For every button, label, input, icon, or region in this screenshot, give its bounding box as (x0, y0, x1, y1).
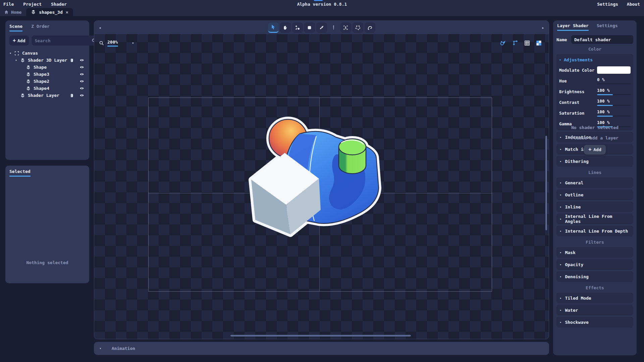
vertical-scrollbar[interactable] (545, 136, 547, 230)
visibility-eye-icon[interactable] (79, 65, 85, 69)
tool-spline-button[interactable] (365, 22, 375, 33)
no-shader-overlay: No shader selected Please add a layer + … (553, 125, 637, 155)
nothing-selected-text: Nothing selected (5, 260, 89, 265)
caret-right-icon: ▸ (560, 181, 561, 184)
tree-row-canvas[interactable]: ▾ Canvas (9, 50, 85, 57)
script-icon[interactable] (69, 58, 74, 63)
tree-row-shape3[interactable]: Shape3 (9, 71, 85, 78)
section-header-effects: Effects (556, 283, 633, 293)
visibility-eye-icon[interactable] (79, 86, 85, 90)
tab-z-order[interactable]: Z Order (31, 24, 50, 31)
axes-rulers-icon[interactable] (512, 40, 519, 46)
visibility-eye-icon[interactable] (79, 93, 85, 98)
layer-search-box[interactable] (32, 36, 99, 46)
tab-shapes-3d[interactable]: shapes_3d ✕ (26, 8, 73, 16)
saturation-label: Saturation (559, 111, 597, 116)
horizontal-scrollbar[interactable] (230, 335, 411, 337)
zoom-dropdown-caret[interactable]: ▾ (132, 41, 134, 45)
tool-pan-button[interactable] (280, 22, 291, 33)
toolbar-scroll-right[interactable]: ▸ (539, 25, 547, 30)
animation-collapse-caret[interactable]: ▾ (99, 346, 102, 351)
tree-row-shader-layer[interactable]: Shader Layer (9, 92, 85, 99)
hue-slider[interactable]: 0 % (597, 77, 631, 84)
modulate-color-row: Modulate Color (559, 65, 631, 75)
hand-icon (282, 25, 288, 31)
menu-file[interactable]: File (3, 2, 14, 7)
section-general[interactable]: ▸ General (556, 177, 633, 188)
section-tiled-mode[interactable]: ▸ Tiled Mode (556, 293, 633, 303)
saturation-slider[interactable]: 100 % (597, 110, 631, 117)
contrast-label: Contrast (559, 100, 597, 105)
brightness-slider[interactable]: 100 % (597, 88, 631, 95)
tab-scene[interactable]: Scene (9, 24, 22, 32)
hue-label: Hue (559, 78, 597, 83)
caret-right-icon: ▸ (560, 296, 561, 300)
tab-selected[interactable]: Selected (9, 169, 31, 177)
tool-capture-button[interactable] (340, 22, 351, 33)
toolbar-scroll-left[interactable]: ◂ (96, 25, 104, 30)
visibility-eye-icon[interactable] (79, 58, 85, 62)
contrast-value: 100 % (597, 99, 631, 104)
adjustments-section: ▾ Adjustments Modulate Color Hue 0 % Bri… (556, 54, 633, 130)
tool-select-button[interactable] (268, 22, 279, 33)
tab-close-icon[interactable]: ✕ (66, 10, 68, 14)
adjustments-header[interactable]: ▾ Adjustments (559, 55, 631, 65)
caret-down-icon[interactable]: ▾ (9, 51, 14, 55)
progress-indicator (314, 0, 323, 1)
section-label: Opacity (565, 262, 583, 267)
spline-tool-icon (367, 25, 373, 31)
tab-layer-shader[interactable]: Layer Shader (557, 23, 589, 31)
shader-layer-icon (20, 93, 25, 98)
grid-icon[interactable] (524, 40, 530, 46)
menu-bar: File Project Shader Alpha version 0.8.1 … (0, 0, 644, 8)
modulate-color-swatch[interactable] (597, 66, 631, 74)
section-inline[interactable]: ▸ Inline (556, 201, 633, 212)
tree-row-shape[interactable]: Shape (9, 64, 85, 71)
menu-shader[interactable]: Shader (51, 2, 67, 7)
animation-panel[interactable]: ▾ Animation (94, 342, 549, 355)
menu-project[interactable]: Project (23, 2, 42, 7)
brightness-row: Brightness 100 % (559, 86, 631, 97)
tree-row-shape2[interactable]: Shape2 (9, 78, 85, 85)
transparency-checker-icon[interactable] (536, 40, 542, 46)
section-shockwave[interactable]: ▸ Shockwave (556, 317, 633, 327)
section-label: Tiled Mode (565, 296, 591, 301)
layer-search-input[interactable] (34, 38, 92, 44)
menu-about[interactable]: About (627, 2, 640, 7)
tree-label: Shape2 (34, 79, 49, 84)
section-label: Mask (565, 250, 575, 255)
section-internal-line-depth[interactable]: ▸ Internal Line From Depth (556, 226, 633, 236)
section-dithering[interactable]: ▸ Dithering (556, 156, 633, 167)
visibility-eye-icon[interactable] (79, 72, 85, 76)
visibility-eye-icon[interactable] (79, 79, 85, 83)
tree-row-shader-3d-layer[interactable]: ▾ Shader 3D Layer (9, 57, 85, 64)
tool-eyedropper-button[interactable] (328, 22, 339, 33)
shader-name-input[interactable] (571, 35, 633, 44)
adjustments-title: Adjustments (564, 57, 593, 62)
view-toggles (500, 40, 542, 46)
tab-settings[interactable]: Settings (597, 23, 618, 30)
contrast-slider[interactable]: 100 % (597, 99, 631, 106)
section-water[interactable]: ▸ Water (556, 305, 633, 315)
tool-pivot-button[interactable] (292, 22, 303, 33)
section-internal-line-angles[interactable]: ▸ Internal Line From Angles (556, 214, 633, 224)
add-layer-button[interactable]: + Add (9, 36, 29, 46)
onion-skin-icon[interactable] (500, 40, 506, 46)
tree-label: Shape (34, 65, 47, 70)
canvas-panel[interactable]: ◂ (94, 20, 549, 339)
script-icon[interactable] (69, 93, 74, 98)
tab-home[interactable]: Home (0, 8, 26, 16)
tool-lasso-button[interactable] (353, 22, 363, 33)
caret-down-icon[interactable]: ▾ (15, 58, 20, 62)
section-outline[interactable]: ▸ Outline (556, 189, 633, 200)
section-denoising[interactable]: ▸ Denoising (556, 271, 633, 282)
tool-shape-button[interactable] (304, 22, 315, 33)
section-mask[interactable]: ▸ Mask (556, 247, 633, 258)
menu-settings[interactable]: Settings (597, 2, 618, 7)
tree-row-shape4[interactable]: Shape4 (9, 85, 85, 92)
overlay-add-button[interactable]: + Add (584, 145, 606, 155)
section-opacity[interactable]: ▸ Opacity (556, 259, 633, 270)
tool-brush-button[interactable] (316, 22, 327, 33)
zoom-value[interactable]: 200% (107, 40, 118, 45)
caret-right-icon: ▸ (560, 160, 561, 163)
